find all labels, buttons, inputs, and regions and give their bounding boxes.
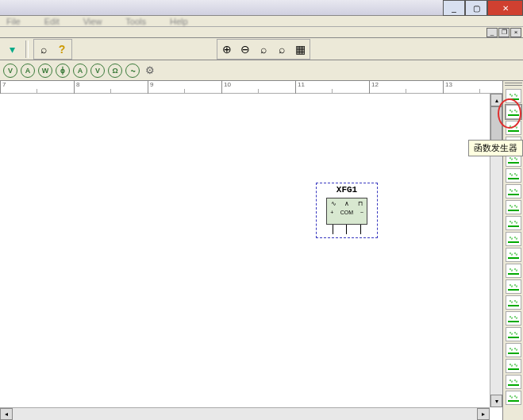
component-body: ∿ ∧ ⊓ + COM −: [326, 198, 367, 225]
ruler-tick: 11: [295, 81, 305, 94]
zoom-out-button[interactable]: ⊖: [237, 40, 254, 58]
scroll-up-button[interactable]: ▴: [490, 94, 502, 106]
schematic-canvas[interactable]: XFG1 ∿ ∧ ⊓ + COM −: [0, 94, 490, 407]
source-w-icon[interactable]: W: [38, 64, 52, 78]
menu-item[interactable]: Tools: [125, 17, 146, 26]
multimeter-button[interactable]: ∿∿: [506, 89, 521, 103]
zoom-group: ⊕ ⊖ ⌕ ⌕ ▦: [217, 39, 310, 60]
source-v-icon[interactable]: V: [3, 64, 17, 78]
word-generator-button[interactable]: ∿∿: [506, 200, 521, 214]
agilent-osc-button[interactable]: ∿∿: [506, 343, 521, 357]
zoom-fit-button[interactable]: ⌕: [255, 40, 272, 58]
horizontal-scrollbar[interactable]: ◂ ▸: [0, 407, 490, 420]
zoom-selection-button[interactable]: ▦: [291, 40, 309, 58]
menu-item[interactable]: File: [6, 17, 21, 26]
window-minimize-button[interactable]: _: [443, 0, 465, 16]
probe-ohm-icon[interactable]: Ω: [108, 64, 122, 78]
component-leads: [326, 225, 367, 234]
doc-minimize-button[interactable]: _: [486, 28, 498, 37]
component-refdes: XFG1: [317, 183, 377, 198]
bode-plotter-button[interactable]: ∿∿: [506, 168, 521, 183]
menu-item[interactable]: Edit: [44, 17, 60, 26]
ruler-tick: 13: [443, 81, 452, 94]
source-a-icon[interactable]: A: [21, 64, 35, 78]
current-probe-button[interactable]: ∿∿: [506, 391, 521, 405]
zoom-help-group: ⌕ ?: [33, 39, 72, 60]
ruler-tick: 12: [369, 81, 379, 94]
component-toolbar: V A W ϕ A V Ω ⏦ ⚙: [0, 60, 523, 81]
pin-plus: +: [330, 210, 333, 215]
square-icon: ⊓: [358, 200, 363, 207]
probe-a-icon[interactable]: A: [73, 64, 87, 78]
waveform-row: ∿ ∧ ⊓: [327, 198, 367, 208]
window-controls: _ ▢ ✕: [443, 0, 523, 16]
labview-button[interactable]: ∿∿: [506, 375, 521, 389]
ruler-tick: 9: [148, 81, 153, 94]
scroll-down-button[interactable]: ▾: [490, 395, 502, 407]
freq-counter-button[interactable]: ∿∿: [506, 184, 521, 198]
source-phi-icon[interactable]: ϕ: [56, 64, 70, 78]
tooltip: 函数发生器: [468, 140, 523, 156]
title-bar: _ ▢ ✕: [0, 0, 523, 16]
document-controls: _ ❐ ×: [0, 27, 523, 38]
window-close-button[interactable]: ✕: [487, 0, 523, 16]
wattmeter-button[interactable]: ∿∿: [506, 121, 521, 135]
menu-item[interactable]: View: [83, 17, 102, 26]
instruments-toolbar: ∿∿∿∿∿∿∿∿∿∿∿∿∿∿∿∿∿∿∿∿∿∿∿∿∿∿∿∿∿∿∿∿∿∿∿∿∿∿∿∿: [502, 81, 523, 420]
logic-analyzer-button[interactable]: ∿∿: [506, 216, 521, 230]
tek-osc-button[interactable]: ∿∿: [506, 359, 521, 373]
window-maximize-button[interactable]: ▢: [465, 0, 487, 16]
dropdown-icon[interactable]: ▾: [3, 40, 21, 58]
scroll-right-button[interactable]: ▸: [477, 408, 490, 420]
agilent-fg-button[interactable]: ∿∿: [506, 311, 521, 326]
main-toolbar: ▾ ⌕ ? ⊕ ⊖ ⌕ ⌕ ▦: [0, 38, 523, 60]
ruler-tick: 8: [74, 81, 79, 94]
function-generator-component[interactable]: XFG1 ∿ ∧ ⊓ + COM −: [316, 183, 378, 238]
horizontal-ruler: 78910111213: [0, 81, 502, 94]
iv-analyzer-button[interactable]: ∿∿: [506, 248, 521, 262]
zoom-in-button[interactable]: ⊕: [218, 40, 236, 58]
spectrum-button[interactable]: ∿∿: [506, 279, 521, 294]
pin-labels: + COM −: [327, 208, 367, 216]
scroll-left-button[interactable]: ◂: [0, 408, 13, 420]
panel-handle[interactable]: [505, 83, 522, 86]
network-button[interactable]: ∿∿: [506, 295, 521, 310]
distortion-button[interactable]: ∿∿: [506, 264, 521, 278]
pin-com: COM: [340, 210, 353, 215]
function-generator-button[interactable]: ∿∿: [506, 105, 521, 119]
ruler-tick: 10: [221, 81, 231, 94]
doc-restore-button[interactable]: ❐: [498, 28, 510, 37]
probe-v-icon[interactable]: V: [90, 64, 105, 78]
doc-close-button[interactable]: ×: [510, 28, 521, 37]
sine-icon: ∿: [331, 200, 336, 207]
settings-gear-icon[interactable]: ⚙: [143, 64, 157, 78]
menu-bar: File Edit View Tools Help: [0, 16, 523, 27]
triangle-icon: ∧: [344, 200, 349, 207]
pin-minus: −: [360, 210, 363, 215]
logic-converter-button[interactable]: ∿∿: [506, 232, 521, 246]
probe-ac-icon[interactable]: ⏦: [125, 64, 140, 78]
zoom-100-button[interactable]: ⌕: [273, 40, 290, 58]
agilent-mm-button[interactable]: ∿∿: [506, 327, 521, 341]
separator: [25, 40, 29, 58]
zoom-area-button[interactable]: ⌕: [35, 40, 52, 58]
canvas-container: 78910111213 XFG1 ∿ ∧ ⊓ + COM −: [0, 81, 502, 420]
help-button[interactable]: ?: [53, 40, 71, 58]
menu-item[interactable]: Help: [170, 17, 188, 26]
ruler-tick: 7: [0, 81, 6, 94]
main-area: 78910111213 XFG1 ∿ ∧ ⊓ + COM −: [0, 81, 523, 420]
